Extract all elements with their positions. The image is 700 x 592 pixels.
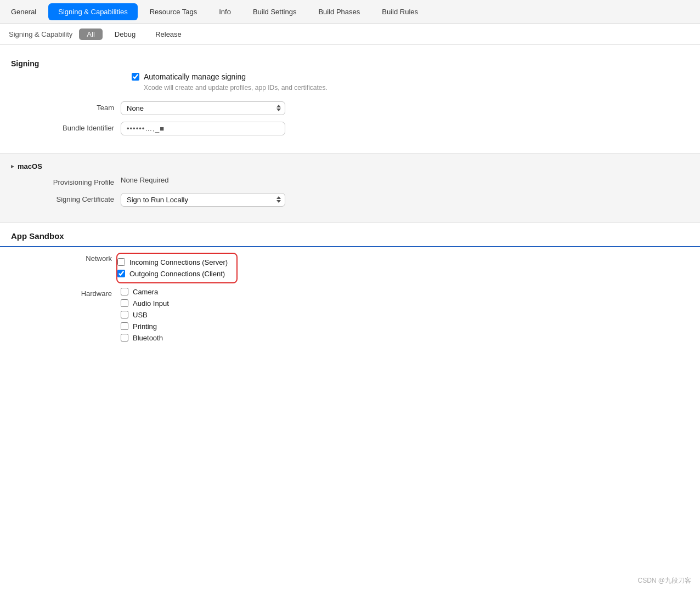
hardware-camera-checkbox[interactable] bbox=[121, 288, 128, 295]
filter-bar: Signing & Capability All Debug Release bbox=[0, 24, 700, 45]
team-label: Team bbox=[22, 101, 121, 112]
tab-general[interactable]: General bbox=[1, 3, 46, 20]
hardware-label: Hardware bbox=[22, 288, 121, 298]
hardware-audio-label[interactable]: Audio Input bbox=[133, 299, 169, 308]
network-incoming-label[interactable]: Incoming Connections (Server) bbox=[129, 258, 228, 266]
filter-debug-button[interactable]: Debug bbox=[107, 29, 143, 40]
hardware-usb-row: USB bbox=[121, 311, 169, 319]
hardware-bluetooth-checkbox[interactable] bbox=[121, 334, 128, 341]
provisioning-row: Provisioning Profile None Required bbox=[0, 176, 700, 186]
hardware-audio-checkbox[interactable] bbox=[121, 299, 128, 307]
auto-manage-value: Automatically manage signing Xcode will … bbox=[132, 72, 678, 93]
app-sandbox-section: App Sandbox Network Incoming Connections… bbox=[0, 223, 700, 351]
app-sandbox-header: App Sandbox bbox=[0, 231, 700, 247]
tab-bar: General Signing & Capabilities Resource … bbox=[0, 0, 700, 24]
signing-heading: Signing bbox=[0, 50, 700, 72]
capabilities-table: Network Incoming Connections (Server) Ou… bbox=[0, 247, 700, 351]
network-label: Network bbox=[22, 253, 121, 263]
network-checkboxes: Incoming Connections (Server) Outgoing C… bbox=[117, 258, 228, 278]
team-value: None bbox=[121, 101, 678, 115]
bundle-id-input[interactable] bbox=[121, 122, 285, 135]
hardware-camera-label[interactable]: Camera bbox=[133, 288, 158, 296]
tab-signing-capabilities[interactable]: Signing & Capabilities bbox=[48, 3, 137, 20]
network-outgoing-label[interactable]: Outgoing Connections (Client) bbox=[129, 270, 225, 278]
tab-build-settings[interactable]: Build Settings bbox=[243, 3, 307, 20]
network-row: Network Incoming Connections (Server) Ou… bbox=[22, 253, 678, 283]
network-outgoing-row: Outgoing Connections (Client) bbox=[117, 270, 228, 278]
bundle-id-row: Bundle Identifier bbox=[0, 122, 700, 135]
tab-build-phases[interactable]: Build Phases bbox=[308, 3, 370, 20]
hardware-usb-label[interactable]: USB bbox=[133, 311, 148, 319]
auto-manage-row: Automatically manage signing Xcode will … bbox=[0, 72, 700, 93]
hardware-camera-row: Camera bbox=[121, 288, 169, 296]
hardware-row: Hardware Camera Audio Input USB bbox=[22, 288, 678, 342]
network-incoming-row: Incoming Connections (Server) bbox=[117, 258, 228, 266]
network-incoming-checkbox[interactable] bbox=[117, 258, 125, 266]
certificate-value: Sign to Run Locally bbox=[121, 193, 678, 207]
bundle-id-value bbox=[121, 122, 678, 135]
provisioning-value: None Required bbox=[121, 176, 678, 184]
hardware-printing-checkbox[interactable] bbox=[121, 322, 128, 330]
certificate-select-wrapper: Sign to Run Locally bbox=[121, 193, 285, 207]
team-row: Team None bbox=[0, 101, 700, 115]
tab-resource-tags[interactable]: Resource Tags bbox=[140, 3, 207, 20]
macos-header: ▸ macOS bbox=[0, 160, 700, 176]
macos-title: macOS bbox=[18, 162, 42, 170]
hardware-printing-label[interactable]: Printing bbox=[133, 322, 157, 331]
app-sandbox-title: App Sandbox bbox=[11, 231, 64, 241]
hardware-usb-checkbox[interactable] bbox=[121, 311, 128, 318]
certificate-select[interactable]: Sign to Run Locally bbox=[121, 193, 285, 207]
hardware-bluetooth-row: Bluetooth bbox=[121, 334, 169, 342]
team-select-wrapper: None bbox=[121, 101, 285, 115]
tab-build-rules[interactable]: Build Rules bbox=[372, 3, 428, 20]
filter-release-button[interactable]: Release bbox=[148, 29, 189, 40]
certificate-row: Signing Certificate Sign to Run Locally bbox=[0, 193, 700, 207]
provisioning-label: Provisioning Profile bbox=[22, 176, 121, 186]
auto-manage-checkbox[interactable] bbox=[132, 73, 139, 81]
hardware-bluetooth-label[interactable]: Bluetooth bbox=[133, 334, 163, 342]
bundle-id-label: Bundle Identifier bbox=[22, 122, 121, 132]
team-select[interactable]: None bbox=[121, 101, 285, 115]
macos-section: ▸ macOS Provisioning Profile None Requir… bbox=[0, 153, 700, 223]
auto-manage-hint: Xcode will create and update profiles, a… bbox=[144, 83, 374, 93]
tab-info[interactable]: Info bbox=[209, 3, 241, 20]
network-highlight-box: Incoming Connections (Server) Outgoing C… bbox=[116, 253, 238, 283]
hardware-audio-row: Audio Input bbox=[121, 299, 169, 308]
network-outgoing-checkbox[interactable] bbox=[117, 270, 125, 277]
filter-all-button[interactable]: All bbox=[79, 29, 102, 40]
auto-manage-label[interactable]: Automatically manage signing bbox=[144, 72, 246, 81]
hardware-checkboxes: Camera Audio Input USB Printing bbox=[121, 288, 169, 342]
signing-section: Signing Automatically manage signing Xco… bbox=[0, 45, 700, 153]
hardware-printing-row: Printing bbox=[121, 322, 169, 331]
certificate-label: Signing Certificate bbox=[22, 193, 121, 203]
filter-capability-label: Signing & Capability bbox=[9, 30, 72, 38]
macos-chevron-icon[interactable]: ▸ bbox=[11, 162, 14, 170]
main-content: Signing Automatically manage signing Xco… bbox=[0, 45, 700, 351]
